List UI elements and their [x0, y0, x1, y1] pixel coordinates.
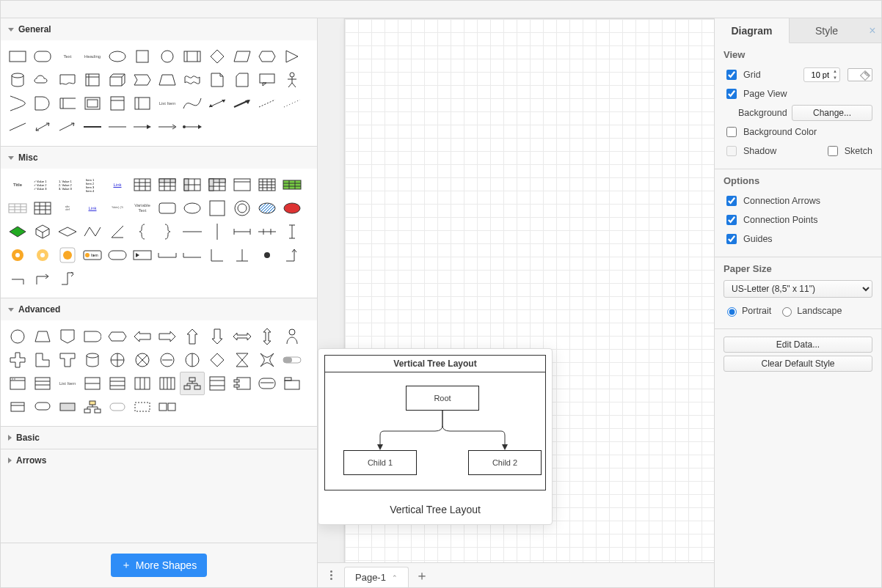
shape-document[interactable] [55, 68, 80, 92]
shape-offpage[interactable] [55, 325, 80, 348]
shape-lane-h[interactable] [130, 92, 155, 115]
shape-bar[interactable] [155, 243, 180, 267]
pageview-checkbox[interactable] [726, 89, 737, 99]
shape-rounded-rect-2[interactable] [155, 196, 180, 220]
shape-elbow-arrow[interactable] [30, 267, 55, 290]
shape-step[interactable] [130, 68, 155, 92]
shape-dashed-rect[interactable] [130, 395, 155, 419]
conn-points-checkbox[interactable] [726, 215, 737, 225]
shape-curve[interactable] [180, 92, 205, 115]
shape-and[interactable] [30, 92, 55, 115]
stepper-up-icon[interactable]: ▲ [831, 68, 839, 75]
shape-detail-grid[interactable] [5, 196, 30, 220]
shape-arrow-down-block[interactable] [205, 325, 230, 348]
shape-crossbar[interactable] [255, 220, 280, 243]
shape-rect-grey[interactable] [55, 395, 80, 419]
shape-circle[interactable] [155, 45, 180, 68]
shape-angle[interactable] [105, 220, 130, 243]
stepper-down-icon[interactable]: ▼ [831, 75, 839, 81]
shape-rounded-rect[interactable] [30, 45, 55, 68]
page-tab-1[interactable]: Page-1 ⌃ [344, 567, 409, 587]
shape-square[interactable] [130, 45, 155, 68]
clear-default-style-button[interactable]: Clear Default Style [724, 356, 872, 372]
shape-line[interactable] [5, 115, 30, 139]
shape-dot[interactable] [255, 243, 280, 267]
shape-plus[interactable] [5, 348, 30, 372]
shape-adv-circle[interactable] [5, 325, 30, 348]
shape-arrow-lr-block[interactable] [230, 325, 255, 348]
shape-hatch-ellipse[interactable] [255, 196, 280, 220]
shape-measure-v[interactable] [280, 220, 305, 243]
shape-cylinder[interactable] [5, 68, 30, 92]
shape-actor[interactable] [280, 68, 305, 92]
shape-cloud[interactable] [30, 68, 55, 92]
add-page-button[interactable]: ＋ [413, 567, 431, 584]
shape-display[interactable] [105, 325, 130, 348]
shape-card[interactable] [230, 68, 255, 92]
shape-t-shape[interactable] [55, 348, 80, 372]
shape-browser[interactable] [5, 372, 30, 395]
shape-process[interactable] [180, 45, 205, 68]
shape-spreadsheet[interactable] [255, 173, 280, 196]
shape-bidir-open-arrow[interactable] [30, 115, 55, 139]
shape-ellipse-2[interactable] [180, 196, 205, 220]
shape-vr[interactable] [205, 220, 230, 243]
shape-window[interactable] [230, 173, 255, 196]
shape-three-rows[interactable] [105, 372, 130, 395]
shape-callout-rounded[interactable] [30, 395, 55, 419]
shape-hr[interactable] [180, 220, 205, 243]
section-arrows[interactable]: Arrows [1, 449, 317, 471]
shape-play-box[interactable] [130, 243, 155, 267]
section-advanced[interactable]: Advanced [1, 298, 317, 320]
shape-half-bar[interactable] [180, 243, 205, 267]
pages-menu-button[interactable] [322, 567, 340, 584]
shape-table-side[interactable] [180, 173, 205, 196]
shape-cube-iso[interactable] [30, 220, 55, 243]
shape-trapezoid[interactable] [155, 68, 180, 92]
shape-parallelogram[interactable] [230, 45, 255, 68]
shape-table-both[interactable] [205, 173, 230, 196]
shape-stadium[interactable] [105, 243, 130, 267]
shape-concave[interactable] [255, 348, 280, 372]
shape-diamond-outline[interactable] [205, 348, 230, 372]
shape-adv-trap[interactable] [30, 325, 55, 348]
shape-step-arrow[interactable] [55, 267, 80, 290]
shape-check-list[interactable]: ✓ Value 1✓ Value 2✓ Value 3 [30, 173, 55, 196]
shape-brace-left[interactable] [130, 220, 155, 243]
shape-plain-grid[interactable] [30, 196, 55, 220]
shape-link-connector[interactable] [180, 115, 205, 139]
paper-size-select[interactable]: US-Letter (8,5" x 11") [724, 280, 872, 298]
shape-arrow-h-filled[interactable] [130, 115, 155, 139]
shape-num-list[interactable]: 1. Value 12. Value 23. Value 3 [55, 173, 80, 196]
shape-flat-diamond[interactable] [55, 220, 80, 243]
guides-checkbox[interactable] [726, 234, 737, 244]
shape-dotted-line[interactable] [280, 92, 305, 115]
shape-callout[interactable] [255, 68, 280, 92]
shape-state[interactable] [255, 372, 280, 395]
grid-checkbox[interactable] [726, 70, 737, 80]
shape-variable[interactable]: Variable Text [130, 196, 155, 220]
shape-hourglass[interactable] [230, 348, 255, 372]
shape-arrow-up-block[interactable] [180, 325, 205, 348]
shape-list-item-block[interactable]: List Item [55, 372, 80, 395]
shape-arrow-ud-block[interactable] [255, 325, 280, 348]
shape-corner[interactable] [205, 243, 230, 267]
tab-style[interactable]: Style [790, 18, 864, 43]
shape-dashed-line[interactable] [255, 92, 280, 115]
tab-diagram[interactable]: Diagram [715, 18, 790, 43]
shape-link-2[interactable]: Link [80, 196, 105, 220]
shape-heading[interactable]: Heading [80, 45, 105, 68]
change-background-button[interactable]: Change... [792, 105, 872, 121]
bgcolor-checkbox[interactable] [726, 127, 737, 137]
shape-org-chart[interactable] [80, 395, 105, 419]
shape-timestamp[interactable]: %date{...}% [105, 196, 130, 220]
shape-circle-vbar[interactable] [180, 348, 205, 372]
shape-gear-boxed[interactable] [55, 243, 80, 267]
shape-list-item[interactable]: List Item [155, 92, 180, 115]
shape-diamond[interactable] [205, 45, 230, 68]
shape-zigzag[interactable] [80, 220, 105, 243]
landscape-radio[interactable] [782, 307, 792, 317]
shape-table[interactable] [130, 173, 155, 196]
shape-tape[interactable] [180, 68, 205, 92]
shape-container[interactable] [105, 92, 130, 115]
